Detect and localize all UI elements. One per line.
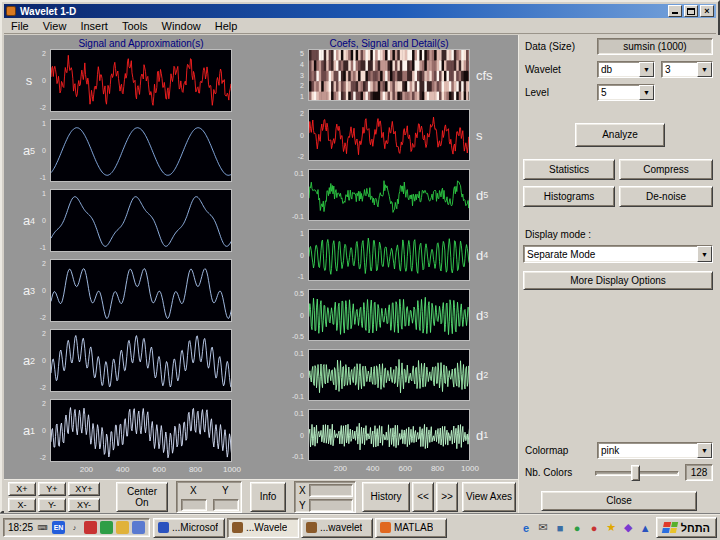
data-size-label: Data (Size) <box>525 41 575 52</box>
minimize-button[interactable] <box>668 5 682 17</box>
plot-d4[interactable] <box>308 229 470 281</box>
more-display-options-button[interactable]: More Display Options <box>523 271 713 290</box>
plot-d3[interactable] <box>308 289 470 341</box>
zoom-xy-out[interactable]: XY- <box>68 498 100 512</box>
quicklaunch-icon-blue[interactable]: ▲ <box>638 520 653 535</box>
y-ticks: 0.10-0.1 <box>284 169 306 221</box>
plot-a3[interactable] <box>50 259 232 322</box>
quicklaunch-icon-green[interactable]: ● <box>570 520 585 535</box>
title-bar[interactable]: Wavelet 1-D × <box>4 4 716 18</box>
tick-label: 200 <box>80 465 93 474</box>
menu-tools[interactable]: Tools <box>115 19 155 33</box>
zoom-y-out[interactable]: Y- <box>38 498 66 512</box>
volume-icon[interactable]: ♪ <box>68 521 81 534</box>
y-ticks: 20-2 <box>28 329 48 392</box>
compress-button[interactable]: Compress <box>619 159 713 180</box>
y-position-field[interactable] <box>309 499 353 512</box>
chevron-down-icon[interactable]: ▼ <box>697 62 712 77</box>
tick-label: -0.5 <box>292 333 304 340</box>
close-button[interactable]: × <box>700 5 714 17</box>
tick-label: 1 <box>42 120 46 127</box>
plot-d5[interactable] <box>308 169 470 221</box>
denoise-button[interactable]: De-noise <box>619 186 713 207</box>
plot-s[interactable] <box>308 109 470 161</box>
menu-help[interactable]: Help <box>208 19 245 33</box>
menu-window[interactable]: Window <box>155 19 208 33</box>
chevron-down-icon[interactable]: ▼ <box>697 443 712 458</box>
start-button[interactable]: התחל <box>656 517 717 538</box>
plot-a1[interactable] <box>50 399 232 462</box>
plot-d2[interactable] <box>308 349 470 401</box>
x-position-field[interactable] <box>309 484 353 497</box>
zoom-y-in[interactable]: Y+ <box>38 482 66 496</box>
center-y-field[interactable] <box>213 499 239 511</box>
menu-file[interactable]: File <box>4 19 36 33</box>
language-indicator[interactable]: EN <box>52 521 65 534</box>
history-prev-button[interactable]: << <box>412 482 434 512</box>
wavelet-number-select[interactable]: 3 ▼ <box>661 61 713 78</box>
tray-icon-red[interactable] <box>84 521 97 534</box>
analyze-button[interactable]: Analyze <box>575 123 665 147</box>
tray-icon-monitor[interactable] <box>132 521 145 534</box>
zoom-xy-in[interactable]: XY+ <box>68 482 100 496</box>
colormap-select[interactable]: pink ▼ <box>597 442 713 459</box>
plot-a5[interactable] <box>50 119 232 182</box>
view-axes-button[interactable]: View Axes <box>462 482 516 512</box>
tick-label: 0 <box>300 432 304 439</box>
tick-label: -0.1 <box>292 393 304 400</box>
history-button[interactable]: History <box>362 482 410 512</box>
taskbar-task-2[interactable]: ...Wavele <box>227 518 299 538</box>
plot-a4[interactable] <box>50 189 232 252</box>
plot-s[interactable] <box>50 49 232 112</box>
tick-label: -1 <box>40 174 46 181</box>
statistics-button[interactable]: Statistics <box>523 159 615 180</box>
taskbar-task-3[interactable]: ...wavelet <box>301 518 373 538</box>
histograms-button[interactable]: Histograms <box>523 186 615 207</box>
taskbar-task-4[interactable]: MATLAB <box>375 518 447 538</box>
x-ticks: 2004006008001000 <box>50 465 232 475</box>
tray-icon-yellow[interactable] <box>116 521 129 534</box>
plot-cfs[interactable] <box>308 49 470 101</box>
chevron-down-icon[interactable]: ▼ <box>697 246 712 262</box>
close-figure-button[interactable]: Close <box>541 491 697 511</box>
plot-a2[interactable] <box>50 329 232 392</box>
info-button[interactable]: Info <box>250 482 286 512</box>
tick-label: 0 <box>300 252 304 259</box>
nb-colors-slider-thumb[interactable] <box>631 465 640 481</box>
center-x-field[interactable] <box>181 499 207 511</box>
menu-insert[interactable]: Insert <box>73 19 115 33</box>
tick-label: 600 <box>153 465 166 474</box>
chevron-down-icon[interactable]: ▼ <box>639 62 654 77</box>
ie-icon[interactable]: e <box>519 520 534 535</box>
y-label: Y <box>299 500 306 511</box>
tray-icon-green[interactable] <box>100 521 113 534</box>
chevron-down-icon[interactable]: ▼ <box>639 85 654 100</box>
show-desktop-icon[interactable]: ■ <box>553 520 568 535</box>
control-panel: Data (Size) sumsin (1000) Wavelet db ▼ 3… <box>518 35 720 513</box>
plot-d1[interactable] <box>308 409 470 461</box>
history-next-button[interactable]: >> <box>436 482 458 512</box>
tick-label: 2 <box>300 110 304 117</box>
center-on-button[interactable]: Center On <box>116 482 168 512</box>
keyboard-icon[interactable]: ⌨ <box>36 521 49 534</box>
display-mode-select[interactable]: Separate Mode ▼ <box>523 245 713 263</box>
tick-label: 0 <box>300 372 304 379</box>
maximize-button[interactable] <box>684 5 698 17</box>
level-select[interactable]: 5 ▼ <box>597 84 655 101</box>
wavelet-label: Wavelet <box>525 64 561 75</box>
zoom-x-in[interactable]: X+ <box>8 482 36 496</box>
quicklaunch-icon-yellow[interactable]: ★ <box>604 520 619 535</box>
quicklaunch-icon-red[interactable]: ● <box>587 520 602 535</box>
zoom-x-out[interactable]: X- <box>8 498 36 512</box>
taskbar-task-1[interactable]: ...Microsof <box>153 518 225 538</box>
left-column-title: Signal and Approximation(s) <box>41 38 241 49</box>
quicklaunch-icon-purple[interactable]: ◆ <box>621 520 636 535</box>
menu-view[interactable]: View <box>36 19 74 33</box>
level-label: Level <box>525 87 549 98</box>
mail-icon[interactable]: ✉ <box>536 520 551 535</box>
task-label: ...Wavele <box>246 522 287 533</box>
tick-label: 400 <box>366 464 379 473</box>
tick-label: 2 <box>300 82 304 89</box>
colormap-value: pink <box>598 443 697 458</box>
wavelet-family-select[interactable]: db ▼ <box>597 61 655 78</box>
